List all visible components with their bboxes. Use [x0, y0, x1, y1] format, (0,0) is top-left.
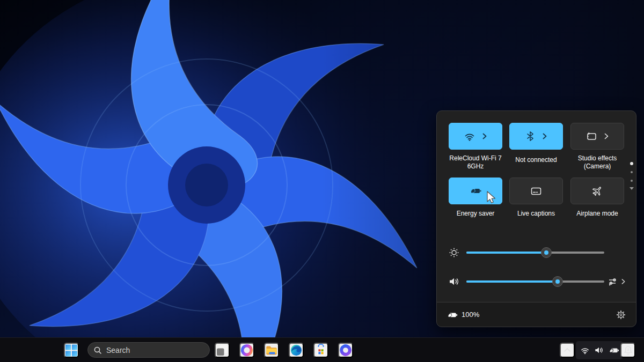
audio-output-icon[interactable] [608, 275, 619, 288]
volume-slider-row [437, 275, 637, 288]
file-explorer-icon [265, 343, 278, 358]
gear-icon[interactable] [616, 309, 626, 320]
volume-slider-fill [466, 280, 558, 283]
tray-volume-icon [594, 345, 604, 356]
quick-settings-panel: ReleCloud Wi-Fi 7 6GHz Not connected Stu… [436, 110, 636, 327]
live-captions-icon [530, 184, 543, 197]
brightness-slider-track[interactable] [466, 252, 604, 254]
task-view-icon [216, 344, 229, 357]
do-not-disturb-button[interactable]: z [620, 343, 635, 358]
wifi-quick-toggle[interactable] [449, 123, 502, 150]
airplane-icon [591, 184, 604, 197]
tile-label-studio-effects: Studio effects (Camera) [567, 154, 627, 171]
chevron-right-icon [603, 133, 610, 139]
task-view-button[interactable] [215, 343, 230, 358]
microsoft-365-button[interactable] [338, 343, 353, 358]
file-explorer-button[interactable] [264, 343, 279, 358]
mouse-cursor [485, 190, 497, 204]
tile-label-airplane-mode: Airplane mode [567, 210, 627, 218]
more-pages-arrow-icon[interactable] [630, 187, 634, 190]
studio-effects-icon [585, 130, 598, 143]
page-dot-current[interactable] [630, 162, 633, 165]
taskbar-search[interactable] [87, 342, 210, 358]
brightness-slider-fill [466, 252, 546, 254]
taskbar: z [0, 337, 644, 362]
copilot-icon [240, 343, 253, 357]
wifi-icon [463, 130, 476, 143]
system-tray-group[interactable] [576, 341, 623, 359]
battery-status[interactable]: 100% [447, 309, 479, 320]
search-input[interactable] [106, 346, 192, 354]
studio-effects-quick-toggle[interactable] [570, 123, 624, 150]
volume-slider-thumb[interactable] [552, 276, 563, 287]
chevron-right-icon [541, 133, 548, 139]
brightness-slider-row [437, 246, 637, 259]
battery-percent-label: 100% [462, 311, 479, 319]
tile-label-energy-saver: Energy saver [445, 210, 506, 218]
page-dot[interactable] [631, 171, 633, 173]
show-hidden-icons-button[interactable] [560, 343, 575, 358]
volume-slider-track[interactable] [466, 280, 604, 283]
windows-logo-icon [65, 344, 78, 357]
microsoft-365-icon [339, 343, 352, 357]
volume-icon [448, 275, 460, 288]
store-button[interactable] [313, 343, 328, 358]
search-icon [93, 346, 102, 354]
copilot-button[interactable] [239, 343, 254, 358]
desktop: ReleCloud Wi-Fi 7 6GHz Not connected Stu… [0, 0, 644, 362]
bluetooth-quick-toggle[interactable] [509, 123, 563, 150]
chevron-right-icon [481, 133, 488, 139]
edge-button[interactable] [289, 343, 304, 358]
start-button[interactable] [64, 343, 79, 358]
live-captions-quick-toggle[interactable] [509, 178, 563, 204]
page-dot[interactable] [631, 180, 633, 182]
quick-settings-pagination [628, 159, 635, 190]
tray-battery-energy-saver-icon [608, 345, 620, 356]
airplane-mode-quick-toggle[interactable] [570, 178, 624, 204]
chevron-up-icon [562, 345, 572, 355]
tile-label-live-captions: Live captions [506, 210, 566, 218]
edge-icon [290, 343, 303, 357]
microsoft-store-icon [314, 343, 327, 357]
brightness-icon [448, 246, 460, 259]
network-wifi-icon [580, 345, 590, 356]
svg-text:z: z [627, 347, 629, 351]
battery-energy-saver-icon [447, 309, 458, 320]
energy-saver-icon [469, 184, 482, 198]
quick-settings-footer: 100% [437, 302, 636, 327]
tile-label-wifi: ReleCloud Wi-Fi 7 6GHz [445, 154, 506, 171]
tile-label-bluetooth: Not connected [506, 156, 566, 164]
brightness-slider-thumb[interactable] [541, 247, 552, 258]
bluetooth-icon [524, 130, 536, 142]
chevron-right-icon[interactable] [620, 278, 626, 285]
notification-bell-dnd-icon: z [623, 345, 634, 356]
